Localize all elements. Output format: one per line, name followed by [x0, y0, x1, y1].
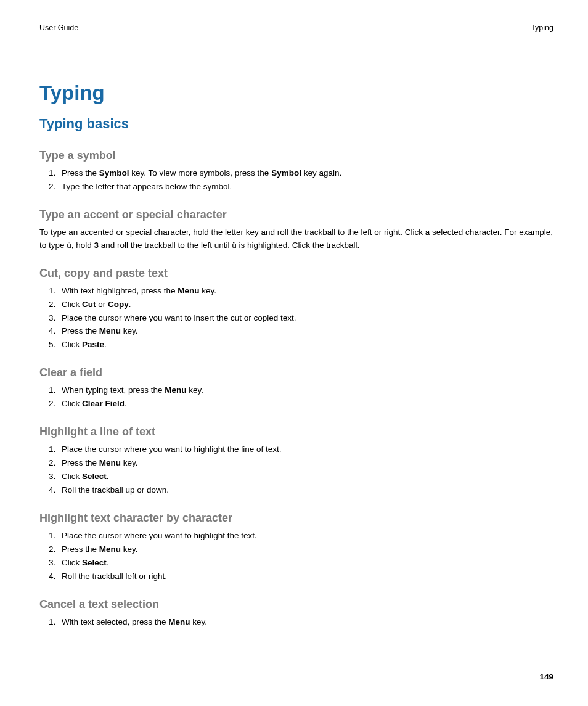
list-item: Click Paste.	[58, 339, 553, 351]
text: Click	[62, 340, 82, 349]
bold-text: Symbol	[99, 168, 129, 178]
subsection-highlight-line: Highlight a line of text	[39, 425, 553, 438]
text: key.	[200, 286, 217, 295]
list-item: Type the letter that appears below the s…	[58, 181, 553, 194]
text: .	[107, 558, 109, 567]
bold-text: Copy	[108, 300, 129, 309]
text: With text highlighted, press the	[62, 286, 178, 295]
text: Press the	[62, 326, 99, 335]
bold-text: Menu	[165, 385, 186, 395]
text: Click	[62, 300, 82, 309]
text: When typing text, press the	[62, 385, 165, 395]
text: Click	[62, 399, 82, 408]
subsection-cut-copy-paste: Cut, copy and paste text	[39, 267, 553, 280]
page-header: User Guide Typing	[39, 23, 553, 32]
text: Click	[62, 472, 82, 481]
bold-text: Symbol	[271, 168, 301, 178]
list-item: Press the Menu key.	[58, 325, 553, 338]
header-left: User Guide	[39, 23, 78, 32]
text: and roll the trackball to the left until…	[99, 240, 359, 250]
page-title: Typing	[39, 81, 553, 105]
type-a-symbol-list: Press the Symbol key. To view more symbo…	[39, 167, 553, 194]
list-item: Place the cursor where you want to inser…	[58, 312, 553, 325]
list-item: Roll the trackball up or down.	[58, 484, 553, 497]
subsection-highlight-char: Highlight text character by character	[39, 512, 553, 525]
list-item: Click Select.	[58, 470, 553, 483]
list-item: Press the Symbol key. To view more symbo…	[58, 167, 553, 180]
list-item: Place the cursor where you want to highl…	[58, 443, 553, 456]
list-item: Roll the trackball left or right.	[58, 570, 553, 583]
bold-text: Clear Field	[82, 399, 125, 408]
list-item: Click Select.	[58, 557, 553, 570]
text: .	[107, 472, 109, 481]
text: key.	[190, 617, 208, 626]
list-item: Press the Menu key.	[58, 543, 553, 556]
text: With text selected, press the	[62, 617, 168, 626]
page-container: User Guide Typing Typing Typing basics T…	[0, 0, 588, 706]
text: or	[96, 300, 108, 309]
highlight-line-list: Place the cursor where you want to highl…	[39, 443, 553, 497]
text: key.	[121, 326, 138, 335]
subsection-type-accent: Type an accent or special character	[39, 208, 553, 221]
subsection-type-a-symbol: Type a symbol	[39, 149, 553, 162]
text: key.	[121, 544, 138, 554]
bold-text: Menu	[99, 458, 121, 467]
list-item: Click Clear Field.	[58, 398, 553, 411]
bold-text: Menu	[178, 286, 199, 295]
text: .	[125, 399, 127, 408]
section-heading: Typing basics	[39, 116, 553, 132]
list-item: With text highlighted, press the Menu ke…	[58, 285, 553, 298]
page-number: 149	[539, 672, 553, 681]
list-item: Place the cursor where you want to highl…	[58, 530, 553, 543]
text: key. To view more symbols, press the	[129, 168, 272, 178]
text: key again.	[301, 168, 341, 178]
text: key.	[121, 458, 138, 467]
text: Press the	[62, 168, 99, 178]
cut-copy-paste-list: With text highlighted, press the Menu ke…	[39, 285, 553, 352]
bold-text: Paste	[82, 340, 104, 349]
list-item: Click Cut or Copy.	[58, 298, 553, 311]
bold-text: 3	[94, 240, 99, 250]
text: key.	[187, 385, 204, 395]
list-item: When typing text, press the Menu key.	[58, 384, 553, 397]
bold-text: Menu	[99, 544, 121, 554]
subsection-clear-field: Clear a field	[39, 366, 553, 379]
text: Press the	[62, 458, 99, 467]
bold-text: Menu	[168, 617, 190, 626]
bold-text: Select	[82, 472, 107, 481]
bold-text: Cut	[82, 300, 96, 309]
accent-paragraph: To type an accented or special character…	[39, 226, 553, 252]
highlight-char-list: Place the cursor where you want to highl…	[39, 530, 553, 583]
text: .	[104, 340, 107, 349]
clear-field-list: When typing text, press the Menu key. Cl…	[39, 384, 553, 411]
cancel-selection-list: With text selected, press the Menu key.	[39, 616, 553, 629]
header-right: Typing	[531, 23, 553, 32]
bold-text: Menu	[99, 326, 121, 335]
list-item: With text selected, press the Menu key.	[58, 616, 553, 629]
text: Click	[62, 558, 82, 567]
list-item: Press the Menu key.	[58, 457, 553, 470]
bold-text: Select	[82, 558, 107, 567]
text: Press the	[62, 544, 99, 554]
subsection-cancel-selection: Cancel a text selection	[39, 598, 553, 611]
text: .	[129, 300, 131, 309]
